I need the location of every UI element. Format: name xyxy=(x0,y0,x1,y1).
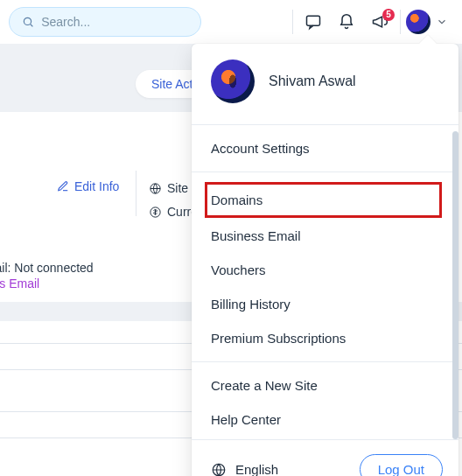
notification-badge: 5 xyxy=(382,9,395,21)
bell-icon xyxy=(338,13,355,31)
top-bar: 5 xyxy=(0,0,462,44)
column-divider xyxy=(136,171,136,216)
edit-info-link[interactable]: Edit Info xyxy=(57,179,119,193)
search-input[interactable] xyxy=(41,15,188,29)
currency-row: Curre xyxy=(149,205,198,219)
account-dropdown: Shivam Aswal Account Settings Domains Bu… xyxy=(192,44,458,476)
scrollbar[interactable] xyxy=(452,131,458,439)
avatar xyxy=(211,60,255,103)
svg-rect-2 xyxy=(307,16,320,25)
business-email-cta[interactable]: t a Business Email xyxy=(0,276,39,290)
search-box[interactable] xyxy=(9,7,201,37)
menu-item-help-center[interactable]: Help Center xyxy=(192,402,458,439)
business-email-status: siness Email: Not connected xyxy=(0,261,94,275)
menu-item-business-email[interactable]: Business Email xyxy=(192,219,458,253)
search-wrap xyxy=(9,7,201,37)
menu-header: Shivam Aswal xyxy=(192,44,458,124)
pencil-icon xyxy=(57,180,69,192)
avatar xyxy=(406,10,430,34)
menu-item-billing-history[interactable]: Billing History xyxy=(192,287,458,321)
chat-icon xyxy=(304,13,322,31)
globe-icon xyxy=(211,462,227,477)
divider xyxy=(292,10,293,34)
chevron-down-icon xyxy=(436,16,448,28)
menu-item-vouchers[interactable]: Vouchers xyxy=(192,253,458,287)
divider xyxy=(400,10,401,34)
svg-line-1 xyxy=(31,24,33,27)
announcements-button[interactable]: 5 xyxy=(363,5,396,38)
logout-button[interactable]: Log Out xyxy=(360,454,443,476)
menu-footer: English Log Out xyxy=(192,440,458,476)
menu-item-create-site[interactable]: Create a New Site xyxy=(192,362,458,402)
language-selector[interactable]: English xyxy=(211,462,278,477)
menu-item-premium-subscriptions[interactable]: Premium Subscriptions xyxy=(192,321,458,361)
currency-icon xyxy=(149,206,162,219)
inbox-button[interactable] xyxy=(297,5,330,38)
edit-info-label: Edit Info xyxy=(74,179,119,193)
menu-item-account-settings[interactable]: Account Settings xyxy=(192,125,458,172)
user-name: Shivam Aswal xyxy=(269,74,356,89)
notifications-button[interactable] xyxy=(330,5,363,38)
search-icon xyxy=(22,15,34,29)
globe-icon xyxy=(149,182,162,195)
svg-point-0 xyxy=(24,18,31,24)
account-menu-trigger[interactable] xyxy=(404,5,450,38)
language-label: English xyxy=(235,462,278,476)
menu-item-domains[interactable]: Domains xyxy=(206,183,441,217)
